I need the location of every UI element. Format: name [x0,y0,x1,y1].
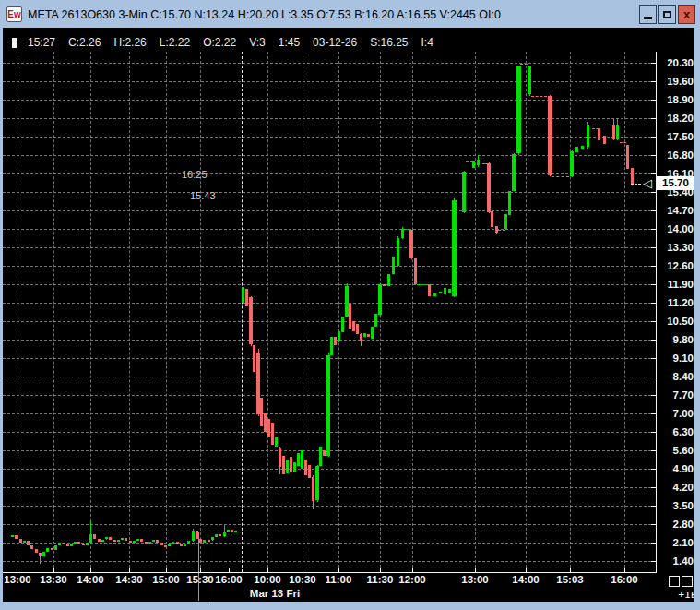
price-axis-label: 6.30 [659,426,694,438]
candle [409,230,413,258]
candle [89,534,92,543]
maximize-icon [663,11,671,18]
candle [487,163,491,212]
candle [330,337,333,355]
price-gridline [3,487,656,488]
candle [93,534,96,539]
time-axis-label: 10:30 [283,574,322,586]
candle [428,284,431,296]
candle [308,465,311,478]
candle [23,541,26,543]
price-gridline [3,81,656,82]
candle [196,531,198,539]
price-level-label-lower[interactable]: 15.43 [190,190,216,201]
candle [444,288,446,294]
time-gridline [475,52,476,572]
time-gridline [570,52,571,572]
candle [371,327,374,339]
time-gridline [90,52,91,572]
price-axis-label: 5.60 [659,445,694,457]
scroll-right-button[interactable] [682,576,693,587]
maximize-button[interactable] [658,5,676,24]
minimize-button[interactable] [639,5,657,24]
plot-area[interactable]: 16.25 15.43 ◁ 15.70 Mar 13 Fri +IB 20.30… [3,28,694,602]
time-gridline [53,52,54,572]
candle [319,447,322,466]
candle [11,535,14,537]
candle [439,292,442,293]
candle [264,413,267,432]
price-axis-label: 4.90 [659,463,694,475]
candle [267,419,270,437]
price-axis-label: 9.80 [659,334,694,346]
candle [477,160,480,165]
time-axis-line[interactable] [3,572,657,573]
candle [152,540,155,542]
candle [448,289,451,293]
candle [199,539,202,543]
window-title: META 2613O630 3-Min C:15.70 N:13.24 H:20… [28,8,639,21]
price-gridline [3,100,656,101]
candle [15,535,18,539]
price-gridline [3,284,656,285]
candle [77,542,80,544]
candle [508,191,511,215]
last-price-arrow-icon: ◁ [643,177,652,189]
candle [367,334,370,337]
candle [374,314,377,327]
candle [156,540,159,543]
price-gridline [3,192,656,193]
candle [27,541,30,545]
time-axis-label: 14:00 [506,574,545,586]
flat-dash [417,284,432,285]
flat-dash [531,96,547,97]
candle [301,450,303,469]
candle [334,337,337,345]
flat-dash [403,229,409,230]
candle [62,543,65,544]
scroll-left-button[interactable] [669,576,680,587]
price-gridline [3,118,656,119]
time-axis-label: 16:00 [209,574,248,586]
candle [227,530,230,532]
candle [245,289,248,306]
price-axis-label: 7.00 [659,408,694,420]
candle [242,287,244,303]
time-gridline [267,52,268,572]
price-axis-label: 12.60 [659,260,694,272]
price-level-label-upper[interactable]: 16.25 [182,169,208,180]
price-axis-label: 20.30 [659,57,694,69]
candle [516,66,521,153]
price-axis-label: 8.40 [659,371,694,383]
price-gridline [3,321,656,322]
price-axis-label: 4.20 [659,482,694,494]
candle [140,539,143,542]
date-label: Mar 13 Fri [236,588,314,599]
candle [462,172,466,212]
chart-panel[interactable]: 15:27C:2.26H:2.26L:2.22O:2.22V:31:4503-1… [3,28,694,602]
candle [223,532,226,536]
candle [282,456,285,474]
price-axis-label: 14.70 [659,205,694,217]
price-axis-label: 9.10 [659,353,694,365]
candle [249,297,253,344]
price-gridline [3,210,656,211]
candle [39,553,42,556]
candle [260,398,263,426]
candle [392,257,395,274]
candle [341,317,344,332]
close-button[interactable]: x [678,5,695,24]
price-axis-label: 11.90 [659,279,694,291]
titlebar[interactable]: Ew META 2613O630 3-Min C:15.70 N:13.24 H… [3,2,697,27]
candle [133,541,136,543]
candle [231,530,233,532]
price-axis-line[interactable] [656,52,657,572]
time-gridline [166,52,167,572]
flat-dash [620,142,626,143]
price-axis-label: 3.50 [659,500,694,512]
candle [74,542,77,544]
candle [504,214,507,229]
candle [136,539,139,541]
candle [512,154,516,191]
candle [548,96,552,175]
